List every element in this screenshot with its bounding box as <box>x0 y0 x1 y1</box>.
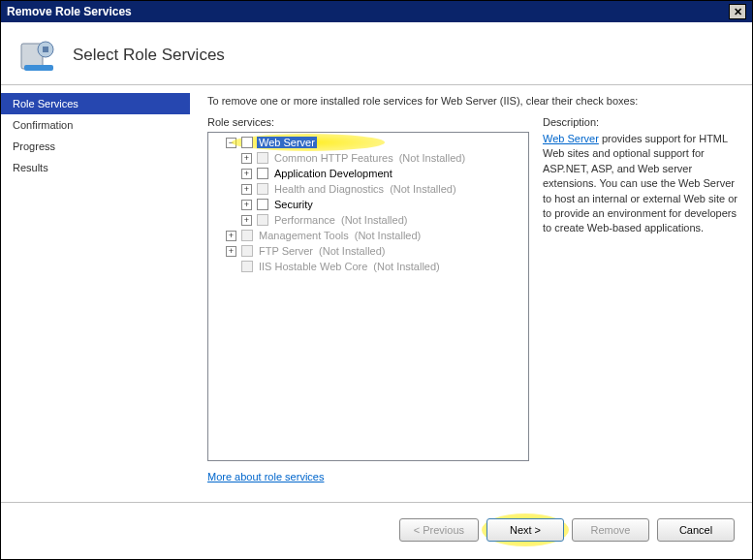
tree-row[interactable]: +FTP Server(Not Installed) <box>208 243 528 259</box>
cancel-button[interactable]: Cancel <box>657 518 735 542</box>
tree-item-label[interactable]: Management Tools <box>257 230 351 241</box>
expand-icon[interactable]: + <box>241 215 252 226</box>
tree-item-label[interactable]: Performance <box>272 214 337 226</box>
description-label: Description: <box>543 116 738 128</box>
tree-row[interactable]: +Security <box>208 197 528 212</box>
remove-button[interactable]: Remove <box>572 518 649 542</box>
close-button[interactable]: ✕ <box>729 4 746 19</box>
tree-label: Role services: <box>207 116 529 128</box>
sidebar-item-role-services[interactable]: Role Services <box>1 93 190 114</box>
description-link[interactable]: Web Server <box>543 133 599 144</box>
expand-icon[interactable]: + <box>226 231 236 241</box>
tree-item-status: (Not Installed) <box>355 230 421 241</box>
expand-icon[interactable]: + <box>241 153 252 164</box>
tree-row[interactable]: +Health and Diagnostics(Not Installed) <box>208 181 528 197</box>
body: Role ServicesConfirmationProgressResults… <box>1 85 752 502</box>
sidebar-item-progress[interactable]: Progress <box>1 136 190 157</box>
tree-row[interactable]: +Management Tools(Not Installed) <box>208 228 528 243</box>
tree-checkbox[interactable] <box>257 199 268 210</box>
window-title: Remove Role Services <box>7 5 132 18</box>
tree-checkbox[interactable] <box>241 137 253 148</box>
header: Select Role Services <box>1 22 752 84</box>
description-body: provides support for HTML Web sites and … <box>543 133 737 233</box>
content: To remove one or more installed role ser… <box>190 85 752 502</box>
sidebar-item-confirmation[interactable]: Confirmation <box>1 114 190 136</box>
tree-row[interactable]: +Performance(Not Installed) <box>208 212 528 228</box>
tree-checkbox <box>241 261 253 272</box>
tree-item-status: (Not Installed) <box>390 183 455 195</box>
tree-item-label[interactable]: IIS Hostable Web Core <box>257 261 369 272</box>
page-title: Select Role Services <box>73 46 225 65</box>
previous-button[interactable]: < Previous <box>399 518 479 542</box>
tree-checkbox <box>257 183 268 195</box>
tree-item-label[interactable]: Web Server <box>257 137 317 148</box>
wizard-icon <box>18 36 57 75</box>
tree-checkbox <box>257 152 268 164</box>
close-icon: ✕ <box>734 6 742 18</box>
tree-item-label[interactable]: Application Development <box>272 168 394 179</box>
tree-checkbox[interactable] <box>257 168 268 179</box>
tree-row[interactable]: +Common HTTP Features(Not Installed) <box>208 150 528 166</box>
tree-checkbox <box>241 230 253 241</box>
role-services-tree[interactable]: −Web Server+Common HTTP Features(Not Ins… <box>207 132 529 461</box>
footer: < Previous Next > Remove Cancel <box>1 502 752 560</box>
tree-checkbox <box>257 214 268 226</box>
instruction-text: To remove one or more installed role ser… <box>207 95 738 107</box>
expand-icon[interactable]: + <box>226 246 236 257</box>
svg-rect-2 <box>43 47 48 52</box>
svg-rect-3 <box>24 65 53 71</box>
titlebar: Remove Role Services ✕ <box>1 1 752 22</box>
tree-item-label[interactable]: Health and Diagnostics <box>272 183 386 195</box>
tree-item-label[interactable]: Common HTTP Features <box>272 152 395 164</box>
sidebar-item-results[interactable]: Results <box>1 157 190 178</box>
expand-icon[interactable]: + <box>241 200 252 210</box>
tree-item-status: (Not Installed) <box>319 245 385 257</box>
next-button[interactable]: Next > <box>486 518 564 542</box>
tree-checkbox <box>241 245 253 257</box>
tree-item-label[interactable]: Security <box>272 199 315 210</box>
more-about-link[interactable]: More about role services <box>207 471 529 482</box>
tree-row[interactable]: IIS Hostable Web Core(Not Installed) <box>208 259 528 274</box>
tree-row[interactable]: +Application Development <box>208 166 528 181</box>
tree-item-label[interactable]: FTP Server <box>257 245 315 257</box>
tree-item-status: (Not Installed) <box>399 152 465 164</box>
tree-item-status: (Not Installed) <box>341 214 407 226</box>
expand-icon[interactable]: + <box>241 169 252 179</box>
tree-row[interactable]: −Web Server <box>208 135 528 150</box>
sidebar: Role ServicesConfirmationProgressResults <box>1 85 190 502</box>
tree-item-status: (Not Installed) <box>373 261 439 272</box>
expand-icon[interactable]: + <box>241 184 252 195</box>
description-text: Web Server provides support for HTML Web… <box>543 132 738 236</box>
